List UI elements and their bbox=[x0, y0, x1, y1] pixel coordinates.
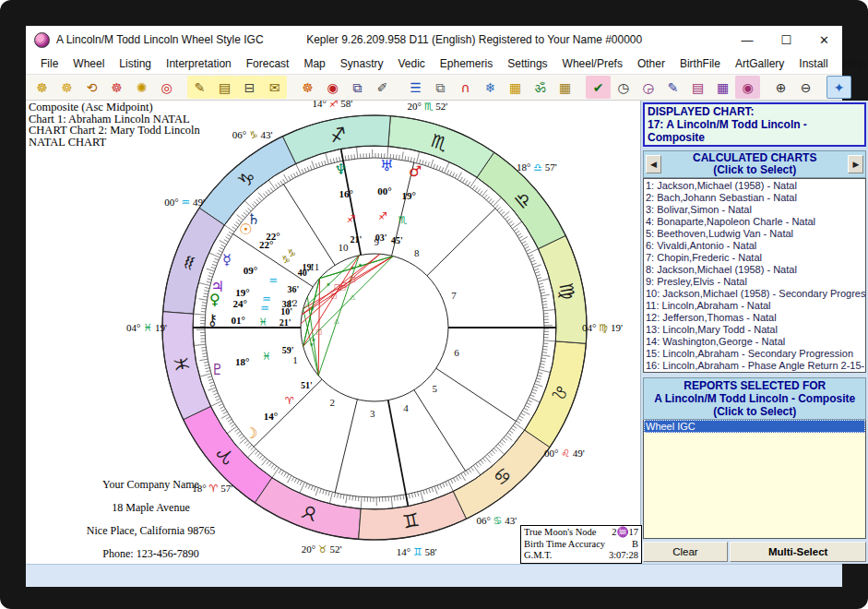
house-number: 10 bbox=[338, 242, 349, 253]
menu-bar: FileWheelListingInterpretationForecastMa… bbox=[26, 54, 842, 75]
new-chart-wheel-icon[interactable]: ☸ bbox=[30, 76, 54, 99]
chart-title-line: Composite (Asc Midpoint) bbox=[29, 102, 200, 113]
minimize-button[interactable]: — bbox=[741, 33, 753, 47]
svg-text:♐: ♐ bbox=[378, 210, 387, 222]
chart-list-item[interactable]: 14: Washington,George - Natal bbox=[646, 336, 865, 348]
chart-list-item[interactable]: 1: Jackson,Michael (1958) - Natal bbox=[646, 180, 865, 192]
select-check-icon[interactable]: ✔ bbox=[586, 76, 611, 99]
swap-wheel-icon[interactable]: ☸ bbox=[104, 76, 129, 99]
open-chart-wheel-icon[interactable]: ☸ bbox=[54, 76, 79, 99]
zoom-out-icon[interactable]: ⊖ bbox=[793, 76, 818, 99]
menu-wheelprefs[interactable]: Wheel/Prefs bbox=[555, 55, 630, 72]
time-wheel-icon[interactable]: ◶ bbox=[636, 76, 660, 99]
previous-wheel-icon[interactable]: ⟲ bbox=[79, 76, 104, 99]
search-wheel-icon[interactable]: ◉ bbox=[735, 76, 760, 99]
svg-text:♐: ♐ bbox=[347, 213, 356, 225]
chart-list-item[interactable]: 16: Lincoln,Abraham - Phase Angle Return… bbox=[646, 360, 865, 372]
menu-forecast[interactable]: Forecast bbox=[239, 55, 297, 72]
rotate-wheel-icon[interactable]: ✺ bbox=[129, 76, 154, 99]
email-icon[interactable]: ✉ bbox=[262, 76, 287, 99]
menu-help[interactable]: Help bbox=[836, 55, 868, 72]
multi-select-button[interactable]: Multi-Select bbox=[730, 542, 867, 562]
menu-listing[interactable]: Listing bbox=[112, 55, 159, 72]
menu-other[interactable]: Other bbox=[630, 55, 672, 72]
edit-report-icon[interactable]: ✎ bbox=[660, 76, 685, 99]
title-bar[interactable]: A Lincoln/M Todd Lincoln Wheel Style IGC… bbox=[26, 26, 842, 54]
planet-chiron: ⚷01°♓21' bbox=[207, 311, 291, 328]
info-value: 3:07:28 bbox=[609, 550, 638, 562]
house-cusps: 123456789101112 bbox=[193, 149, 556, 506]
menu-birthfile[interactable]: BirthFile bbox=[672, 55, 728, 72]
chart-title-line: CHART Chart 2: Mary Todd Lincoln bbox=[29, 125, 200, 137]
print-icon[interactable]: ⊟ bbox=[237, 76, 262, 99]
target-chart-icon[interactable]: ◎ bbox=[154, 76, 179, 99]
menu-settings[interactable]: Settings bbox=[500, 55, 554, 72]
chart-title-line: NATAL CHART bbox=[29, 137, 200, 149]
save-file-icon[interactable]: ▤ bbox=[212, 76, 237, 99]
house-number: 1 bbox=[292, 354, 298, 365]
chart-list-item[interactable]: 5: Beethoven,Ludwig Van - Natal bbox=[646, 228, 865, 240]
magnet-icon[interactable]: ∩ bbox=[453, 76, 478, 99]
edit-note-icon[interactable]: ✎ bbox=[187, 76, 212, 99]
chart-list-item[interactable]: 13: Lincoln,Mary Todd - Natal bbox=[646, 324, 865, 336]
svg-text:24°: 24° bbox=[233, 298, 247, 309]
menu-interpretation[interactable]: Interpretation bbox=[159, 55, 239, 72]
chart-list-item[interactable]: 8: Jackson,Michael (1958) - Natal bbox=[646, 264, 865, 276]
menu-vedic[interactable]: Vedic bbox=[390, 55, 432, 72]
vedic-om-icon[interactable]: ॐ bbox=[528, 76, 553, 99]
chart-list-item[interactable]: 7: Chopin,Frederic - Natal bbox=[646, 252, 865, 264]
svg-text:45': 45' bbox=[391, 235, 403, 245]
pointer-star-icon[interactable]: ✦ bbox=[826, 76, 851, 99]
clear-button[interactable]: Clear bbox=[643, 542, 728, 562]
zoom-in-icon[interactable]: ⊕ bbox=[768, 76, 793, 99]
report-table-icon[interactable]: ▤ bbox=[685, 76, 710, 99]
astro-map-icon[interactable]: ❄ bbox=[478, 76, 503, 99]
chart-list-item[interactable]: 6: Vivaldi,Antonio - Natal bbox=[646, 240, 865, 252]
menu-map[interactable]: Map bbox=[296, 55, 332, 72]
scroll-right-button[interactable]: ▶ bbox=[848, 155, 863, 173]
menu-ephemeris[interactable]: Ephemeris bbox=[433, 55, 500, 72]
svg-text:♒: ♒ bbox=[260, 303, 269, 315]
scroll-left-button[interactable]: ◀ bbox=[646, 155, 661, 173]
chart-list-item[interactable]: 12: Jefferson,Thomas - Natal bbox=[646, 312, 865, 324]
menu-artgallery[interactable]: ArtGallery bbox=[728, 55, 791, 72]
chart-list-item[interactable]: 9: Presley,Elvis - Natal bbox=[646, 276, 865, 288]
menu-file[interactable]: File bbox=[33, 55, 65, 72]
svg-text:☽: ☽ bbox=[244, 424, 257, 442]
svg-text:01°: 01° bbox=[231, 315, 244, 326]
reports-header: REPORTS SELECTED FOR A Lincoln/M Todd Li… bbox=[643, 377, 866, 420]
chart-list-item[interactable]: 10: Jackson,Michael (1958) - Secondary P… bbox=[646, 288, 865, 300]
cascade-windows-icon[interactable]: ⧉ bbox=[345, 76, 370, 99]
wheel-target-icon[interactable]: ◉ bbox=[320, 76, 345, 99]
copy-pages-icon[interactable]: ⧉ bbox=[428, 76, 453, 99]
chart-list-item[interactable]: 4: Bonaparte,Napoleon Charle - Natal bbox=[646, 216, 865, 228]
grid-wheel-icon[interactable]: ▦ bbox=[503, 76, 528, 99]
menu-synastry[interactable]: Synastry bbox=[333, 55, 391, 72]
info-value: B bbox=[632, 539, 638, 551]
close-button[interactable]: ✕ bbox=[819, 33, 829, 47]
svg-text:21': 21' bbox=[350, 234, 362, 245]
chart-list-item[interactable]: 11: Lincoln,Abraham - Natal bbox=[646, 300, 865, 312]
tools-icon[interactable]: ✐ bbox=[370, 76, 395, 99]
sidebar: DISPLAYED CHART: 17: A Lincoln/M Todd Li… bbox=[641, 101, 868, 564]
report-list-item[interactable]: Wheel IGC bbox=[644, 420, 865, 433]
reports-list[interactable]: Wheel IGC bbox=[643, 420, 866, 539]
wheel-style-icon[interactable]: ☸ bbox=[295, 76, 320, 99]
grid-view-icon[interactable]: ▦ bbox=[710, 76, 735, 99]
cusp-label-house-11: 06° ♑ 43' bbox=[232, 129, 273, 141]
ephemeris-table-icon[interactable]: ▦ bbox=[553, 76, 577, 99]
menu-install[interactable]: Install bbox=[791, 55, 835, 72]
svg-text:✶: ✶ bbox=[326, 281, 331, 289]
listing-report-icon[interactable]: ☰ bbox=[403, 76, 428, 99]
calculated-charts-list[interactable]: 1: Jackson,Michael (1958) - Natal2: Bach… bbox=[643, 178, 866, 373]
maximize-button[interactable]: ☐ bbox=[780, 33, 791, 47]
clock-icon[interactable]: ◷ bbox=[611, 76, 636, 99]
planet-moon: ☽14°♈51' bbox=[244, 380, 313, 442]
svg-text:△: △ bbox=[351, 293, 356, 301]
chart-list-item[interactable]: 3: Bolivar,Simon - Natal bbox=[646, 204, 865, 216]
chart-list-item[interactable]: 15: Lincoln,Abraham - Secondary Progress… bbox=[646, 348, 865, 360]
svg-text:♓: ♓ bbox=[262, 351, 271, 363]
menu-wheel[interactable]: Wheel bbox=[65, 55, 112, 72]
svg-text:16°: 16° bbox=[339, 188, 352, 199]
chart-list-item[interactable]: 2: Bach,Johann Sebastian - Natal bbox=[646, 192, 865, 204]
